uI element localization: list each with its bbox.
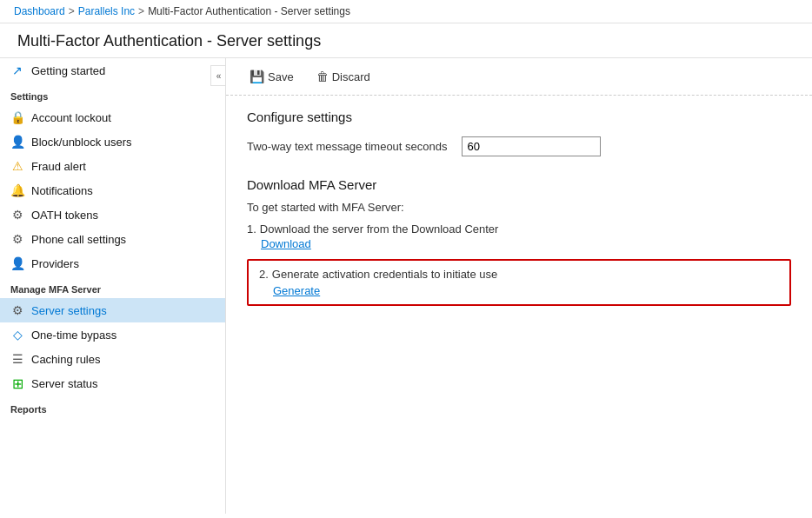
sidebar-item-one-time-bypass[interactable]: ◇ One-time bypass — [0, 322, 225, 347]
timeout-row: Two-way text message timeout seconds — [247, 136, 791, 156]
sidebar-caching-rules-label: Caching rules — [31, 353, 101, 366]
server-status-icon: ⊞ — [10, 376, 24, 390]
step-1-text: Download the server from the Download Ce… — [260, 222, 499, 236]
block-unblock-icon: 👤 — [10, 135, 24, 149]
discard-button[interactable]: 🗑 Discard — [307, 65, 380, 88]
step-2: 2. Generate activation credentials to in… — [247, 257, 791, 306]
toolbar: 💾 Save 🗑 Discard — [226, 58, 812, 96]
step-1-number: 1. — [247, 222, 256, 236]
sidebar-notifications-label: Notifications — [31, 184, 93, 197]
sidebar-one-time-bypass-label: One-time bypass — [31, 329, 116, 342]
discard-icon: 🗑 — [316, 70, 329, 83]
sidebar-server-status-label: Server status — [31, 377, 98, 390]
sidebar: « ↗ Getting started Settings 🔒 Account l… — [0, 58, 226, 514]
fraud-alert-icon: ⚠ — [10, 159, 24, 173]
providers-icon: 👤 — [10, 256, 24, 270]
steps-list: 1. Download the server from the Download… — [247, 222, 791, 306]
step-2-highlight-box: 2. Generate activation credentials to in… — [247, 259, 791, 306]
sidebar-item-fraud-alert[interactable]: ⚠ Fraud alert — [0, 154, 225, 178]
sidebar-item-server-status[interactable]: ⊞ Server status — [0, 371, 225, 395]
breadcrumb-sep-1: > — [69, 5, 75, 17]
generate-link[interactable]: Generate — [273, 284, 779, 297]
getting-started-icon: ↗ — [10, 63, 24, 77]
sidebar-fraud-alert-label: Fraud alert — [31, 160, 86, 173]
phone-call-icon: ⚙ — [10, 232, 24, 246]
configure-section: Configure settings Two-way text message … — [247, 110, 791, 156]
page-title-bar: Multi-Factor Authentication - Server set… — [0, 23, 812, 58]
notifications-icon: 🔔 — [10, 183, 24, 197]
sidebar-getting-started-label: Getting started — [31, 64, 105, 77]
manage-section-label: Manage MFA Server — [0, 276, 225, 298]
main-layout: « ↗ Getting started Settings 🔒 Account l… — [0, 58, 812, 514]
sidebar-block-unblock-label: Block/unblock users — [31, 136, 132, 149]
sidebar-collapse-btn[interactable]: « — [210, 65, 226, 86]
sidebar-item-providers[interactable]: 👤 Providers — [0, 251, 225, 276]
step-2-text: Generate activation credentials to initi… — [272, 268, 497, 281]
account-lockout-icon: 🔒 — [10, 110, 24, 124]
caching-rules-icon: ☰ — [10, 352, 24, 366]
download-link[interactable]: Download — [261, 237, 791, 250]
sidebar-item-oath-tokens[interactable]: ⚙ OATH tokens — [0, 203, 225, 227]
sidebar-item-getting-started[interactable]: ↗ Getting started — [0, 58, 225, 83]
download-title: Download MFA Server — [247, 177, 791, 192]
reports-section-label: Reports — [0, 395, 225, 418]
breadcrumb-sep-2: > — [138, 5, 144, 17]
step-1-text-row: 1. Download the server from the Download… — [247, 222, 791, 236]
one-time-bypass-icon: ◇ — [10, 328, 24, 342]
main-content: 💾 Save 🗑 Discard Configure settings Two-… — [226, 58, 812, 514]
save-button[interactable]: 💾 Save — [240, 65, 303, 88]
breadcrumb-dashboard[interactable]: Dashboard — [14, 5, 65, 17]
breadcrumb: Dashboard > Parallels Inc > Multi-Factor… — [0, 0, 812, 23]
page-title: Multi-Factor Authentication - Server set… — [17, 32, 795, 50]
sidebar-item-server-settings[interactable]: ⚙ Server settings — [0, 298, 225, 322]
sidebar-item-notifications[interactable]: 🔔 Notifications — [0, 178, 225, 203]
sidebar-server-settings-label: Server settings — [31, 304, 107, 317]
breadcrumb-parallels[interactable]: Parallels Inc — [78, 5, 135, 17]
content-area: Configure settings Two-way text message … — [226, 96, 812, 514]
download-section: Download MFA Server To get started with … — [247, 177, 791, 306]
discard-label: Discard — [332, 70, 370, 83]
configure-title: Configure settings — [247, 110, 791, 124]
sidebar-item-block-unblock[interactable]: 👤 Block/unblock users — [0, 130, 225, 154]
sidebar-item-account-lockout[interactable]: 🔒 Account lockout — [0, 105, 225, 130]
breadcrumb-current: Multi-Factor Authentication - Server set… — [148, 5, 350, 17]
sidebar-providers-label: Providers — [31, 257, 79, 270]
step-2-number: 2. — [259, 268, 269, 281]
sidebar-phone-call-label: Phone call settings — [31, 233, 126, 246]
download-subtitle: To get started with MFA Server: — [247, 201, 791, 214]
settings-section-label: Settings — [0, 83, 225, 105]
step-1: 1. Download the server from the Download… — [247, 222, 791, 250]
sidebar-item-caching-rules[interactable]: ☰ Caching rules — [0, 347, 225, 371]
server-settings-icon: ⚙ — [10, 303, 24, 317]
sidebar-oath-tokens-label: OATH tokens — [31, 209, 98, 222]
oath-tokens-icon: ⚙ — [10, 208, 24, 222]
timeout-label: Two-way text message timeout seconds — [247, 140, 448, 153]
save-icon: 💾 — [250, 70, 264, 83]
timeout-input[interactable] — [462, 136, 601, 156]
sidebar-account-lockout-label: Account lockout — [31, 111, 111, 124]
save-label: Save — [268, 70, 294, 83]
step-2-text-row: 2. Generate activation credentials to in… — [259, 268, 779, 281]
sidebar-item-phone-call[interactable]: ⚙ Phone call settings — [0, 227, 225, 251]
